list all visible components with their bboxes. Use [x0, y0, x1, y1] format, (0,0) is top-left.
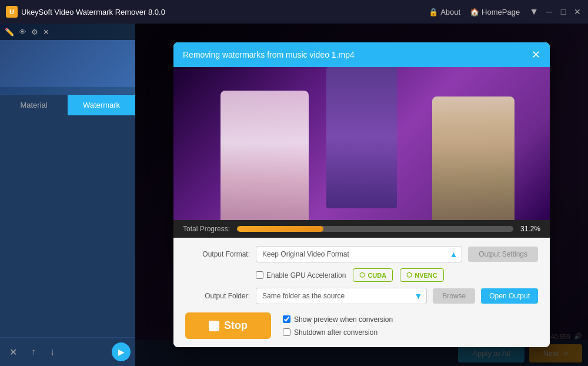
- edit-icon[interactable]: ✏️: [5, 28, 14, 36]
- delete-button[interactable]: ✕: [5, 344, 22, 360]
- nvidia-nvenc-icon: ⬡: [406, 271, 412, 279]
- open-output-button[interactable]: Open Output: [481, 288, 538, 304]
- sidebar-actions: ✕ ↑ ↓ ▶: [0, 337, 135, 366]
- app-title: UkeySoft Video Watermark Remover 8.0.0: [21, 8, 165, 16]
- progress-bar-fill: [237, 226, 323, 232]
- gpu-acceleration-text: Enable GPU Acceleration: [266, 271, 346, 280]
- title-nav: 🔒 About 🏠 HomePage ▼: [429, 6, 539, 17]
- app-body: ✏️ 👁 ⚙ ✕ Material Watermark ✕ ↑ ↓ ▶ 📷 0: [0, 24, 588, 366]
- show-preview-label: Show preview when conversion: [294, 315, 393, 324]
- progress-label: Total Progress:: [183, 225, 230, 233]
- move-down-button[interactable]: ↓: [45, 344, 59, 360]
- play-button[interactable]: ▶: [112, 342, 131, 361]
- progress-area: Total Progress: 31.2%: [173, 220, 550, 238]
- dialog-overlay: Removing watermarks from music video 1.m…: [135, 24, 588, 366]
- bottom-action-row: Stop Show preview when conversion Shutdo…: [185, 312, 538, 339]
- sidebar-tabs: Material Watermark: [0, 94, 135, 115]
- stop-button[interactable]: Stop: [185, 312, 271, 339]
- tab-material[interactable]: Material: [0, 95, 68, 115]
- preview-icon[interactable]: 👁: [19, 28, 26, 36]
- gpu-acceleration-label[interactable]: Enable GPU Acceleration: [256, 271, 346, 280]
- output-format-label: Output Format:: [185, 250, 250, 258]
- show-preview-checkbox[interactable]: [283, 315, 290, 323]
- dialog-title: Removing watermarks from music video 1.m…: [183, 50, 355, 59]
- dialog-video-preview: [173, 67, 550, 220]
- sidebar-content: [0, 115, 135, 337]
- about-link[interactable]: 🔒 About: [429, 8, 460, 16]
- conversion-dialog: Removing watermarks from music video 1.m…: [173, 42, 550, 347]
- output-format-row: Output Format: Keep Original Video Forma…: [185, 246, 538, 262]
- window-controls: ─ □ ✕: [544, 7, 582, 16]
- thumbnail-toolbar: ✏️ 👁 ⚙ ✕: [0, 24, 135, 40]
- minimize-button[interactable]: ─: [544, 7, 554, 16]
- nvenc-label: NVENC: [415, 272, 437, 279]
- lock-icon: 🔒: [429, 8, 438, 16]
- progress-bar-container: [237, 226, 513, 232]
- progress-percent: 31.2%: [520, 225, 540, 233]
- gpu-row: Enable GPU Acceleration ⬡ CUDA ⬡ NVENC: [185, 268, 538, 282]
- cuda-badge[interactable]: ⬡ CUDA: [353, 268, 393, 282]
- stop-icon: [209, 321, 219, 331]
- dialog-controls: Output Format: Keep Original Video Forma…: [173, 238, 550, 347]
- nvidia-cuda-icon: ⬡: [359, 271, 365, 279]
- app-logo: U UkeySoft Video Watermark Remover 8.0.0: [6, 6, 429, 18]
- output-folder-select[interactable]: Same folder as the source: [256, 288, 427, 304]
- output-folder-select-wrapper: Same folder as the source ▼: [256, 288, 427, 304]
- settings-icon[interactable]: ⚙: [31, 28, 38, 36]
- output-format-select[interactable]: Keep Original Video Format: [256, 246, 462, 262]
- shutdown-checkbox[interactable]: [283, 328, 290, 336]
- sidebar: ✏️ 👁 ⚙ ✕ Material Watermark ✕ ↑ ↓ ▶: [0, 24, 135, 366]
- output-settings-button: Output Settings: [468, 247, 538, 262]
- tab-watermark[interactable]: Watermark: [68, 95, 135, 115]
- maximize-button[interactable]: □: [559, 7, 568, 16]
- conversion-options: Show preview when conversion Shutdown af…: [283, 315, 393, 337]
- shutdown-label: Shutdown after conversion: [294, 328, 377, 337]
- video-bg: [173, 67, 550, 220]
- dialog-title-bar: Removing watermarks from music video 1.m…: [173, 42, 550, 67]
- output-folder-label: Output Folder:: [185, 292, 250, 300]
- move-up-button[interactable]: ↑: [26, 344, 41, 360]
- dropdown-icon[interactable]: ▼: [529, 6, 539, 17]
- nvenc-badge[interactable]: ⬡ NVENC: [400, 268, 444, 282]
- dialog-close-button[interactable]: ✕: [532, 49, 540, 60]
- gpu-acceleration-checkbox[interactable]: [256, 271, 263, 279]
- output-folder-row: Output Folder: Same folder as the source…: [185, 288, 538, 304]
- logo-icon: U: [6, 6, 18, 18]
- stop-label: Stop: [224, 320, 248, 332]
- sidebar-thumbnail: ✏️ 👁 ⚙ ✕: [0, 24, 135, 94]
- home-icon: 🏠: [470, 8, 479, 16]
- door-element: [326, 67, 397, 208]
- browse-button: Browse: [433, 288, 475, 304]
- show-preview-row[interactable]: Show preview when conversion: [283, 315, 393, 324]
- main-content: 📷 03:40.659 🔊 Removing watermarks from m…: [135, 24, 588, 366]
- output-format-select-wrapper: Keep Original Video Format ▲: [256, 246, 462, 262]
- homepage-link[interactable]: 🏠 HomePage: [470, 8, 520, 16]
- cuda-label: CUDA: [368, 272, 386, 279]
- close-button[interactable]: ✕: [573, 7, 582, 16]
- close-icon[interactable]: ✕: [43, 28, 49, 36]
- shutdown-row[interactable]: Shutdown after conversion: [283, 328, 393, 337]
- thumbnail-preview: [0, 40, 135, 87]
- title-bar: U UkeySoft Video Watermark Remover 8.0.0…: [0, 0, 588, 24]
